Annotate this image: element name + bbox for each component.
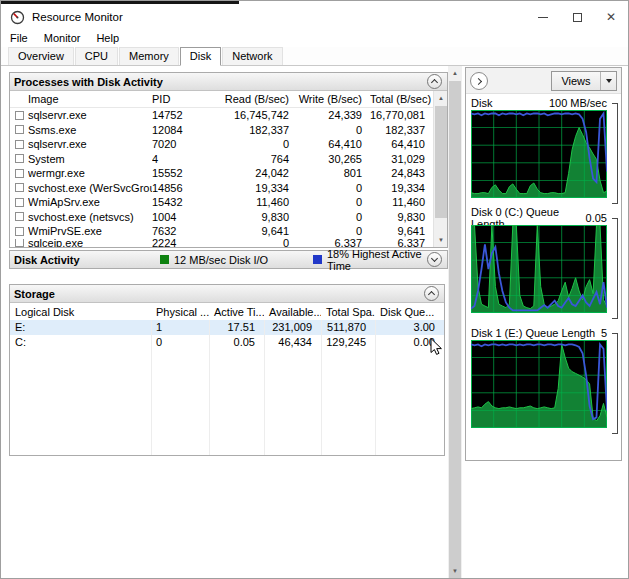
collapse-processes-button[interactable] (427, 74, 442, 89)
maximize-button[interactable] (560, 4, 594, 30)
disk-io-legend-label: 12 MB/sec Disk I/O (174, 254, 268, 266)
menu-help[interactable]: Help (89, 30, 126, 46)
process-total: 9,830 (370, 211, 433, 223)
scroll-up-icon[interactable]: ▲ (448, 66, 462, 80)
table-row[interactable]: WmiApSrv.exe1543211,460011,460 (10, 195, 433, 210)
table-row[interactable]: E:117.51231,009511,8703.00 (10, 320, 444, 335)
minimize-icon (538, 17, 548, 18)
chevron-up-icon (428, 291, 435, 298)
column-pid[interactable]: PID (152, 93, 194, 105)
row-checkbox[interactable] (15, 140, 24, 149)
process-pid: 15432 (152, 196, 194, 208)
scrollbar-thumb[interactable] (449, 81, 461, 579)
views-button[interactable]: Views (551, 71, 617, 91)
row-checkbox[interactable] (15, 183, 24, 192)
column-write[interactable]: Write (B/sec) (297, 93, 370, 105)
graph-header: Disk 1 (E:) Queue Length5 (466, 326, 621, 340)
scroll-up-icon[interactable]: ▲ (434, 91, 448, 105)
menu-file[interactable]: File (3, 30, 35, 46)
graph-canvas (471, 110, 607, 198)
column-image[interactable]: Image (28, 93, 152, 105)
graph-header: Disk100 MB/sec (466, 96, 621, 110)
tab-cpu[interactable]: CPU (75, 47, 118, 65)
process-image: Ssms.exe (28, 124, 152, 136)
close-button[interactable]: ✕ (594, 4, 628, 30)
collapse-storage-button[interactable] (424, 286, 439, 301)
process-pid: 7632 (152, 225, 194, 237)
process-pid: 12084 (152, 124, 194, 136)
checkbox-cell (10, 225, 28, 238)
table-row[interactable]: sqlservr.exe7020064,41064,410 (10, 137, 433, 152)
menu-monitor[interactable]: Monitor (37, 30, 88, 46)
process-table: Image PID Read (B/sec) Write (B/sec) Tot… (10, 91, 433, 247)
column-total[interactable]: Total (B/sec) (370, 93, 433, 105)
scroll-down-icon[interactable]: ▼ (448, 564, 462, 578)
active-time: 17.51 (209, 321, 264, 333)
views-dropdown-arrow[interactable] (600, 72, 616, 90)
row-checkbox[interactable] (15, 212, 24, 221)
table-row[interactable]: C:00.0546,434129,2450.00 (10, 335, 444, 350)
table-row[interactable]: wermgr.exe1555224,04280124,843 (10, 166, 433, 181)
process-table-scrollbar[interactable]: ▲ ▼ (433, 91, 447, 247)
checkbox-cell (10, 109, 28, 122)
table-row[interactable]: System476430,26531,029 (10, 152, 433, 167)
checkbox-cell (10, 196, 28, 209)
left-pane-scrollbar[interactable]: ▲ ▼ (448, 66, 462, 578)
table-row[interactable]: svchost.exe (netsvcs)10049,83009,830 (10, 210, 433, 225)
table-row[interactable]: WmiPrvSE.exe76329,64109,641 (10, 224, 433, 239)
window-title: Resource Monitor (32, 11, 123, 23)
column-total-space[interactable]: Total Spa... (321, 306, 375, 318)
table-row[interactable]: svchost.exe (WerSvcGroup)1485619,334019,… (10, 181, 433, 196)
process-pid: 7020 (152, 138, 194, 150)
disk-io-legend: 12 MB/sec Disk I/O (160, 251, 268, 268)
column-physical[interactable]: Physical ... (151, 306, 209, 318)
resource-monitor-window: Resource Monitor ✕ File Monitor Help Ove… (0, 0, 629, 579)
process-write: 64,410 (297, 138, 370, 150)
column-logical-disk[interactable]: Logical Disk (10, 306, 151, 318)
process-write: 6,337 (297, 239, 370, 247)
process-read: 16,745,742 (194, 109, 297, 121)
graph-scale-label: 100 MB/sec (549, 97, 607, 109)
column-available[interactable]: Available... (264, 306, 321, 318)
menu-bar: File Monitor Help (1, 29, 628, 47)
expand-disk-activity-button[interactable] (427, 252, 442, 267)
minimize-button[interactable] (526, 4, 560, 30)
graph-canvas (471, 340, 607, 428)
scroll-down-icon[interactable]: ▼ (434, 233, 448, 247)
row-checkbox[interactable] (15, 169, 24, 178)
expand-panel-button[interactable] (470, 72, 488, 90)
tab-memory[interactable]: Memory (119, 47, 179, 65)
process-pid: 14752 (152, 109, 194, 121)
row-checkbox[interactable] (15, 111, 24, 120)
processes-panel: Processes with Disk Activity Image PID R… (9, 72, 448, 248)
tab-disk[interactable]: Disk (180, 47, 221, 66)
row-checkbox[interactable] (15, 154, 24, 163)
row-checkbox[interactable] (15, 227, 24, 236)
process-write: 0 (297, 196, 370, 208)
graph-title: Disk 1 (E:) Queue Length (471, 327, 595, 339)
table-row[interactable]: sqlservr.exe1475216,745,74224,33916,770,… (10, 108, 433, 123)
column-divider (375, 320, 376, 455)
processes-panel-title: Processes with Disk Activity (10, 76, 163, 88)
chevron-up-icon (431, 79, 438, 86)
chevron-right-icon (474, 77, 481, 84)
column-read[interactable]: Read (B/sec) (194, 93, 297, 105)
process-write: 30,265 (297, 153, 370, 165)
disk-queue: 3.00 (375, 321, 444, 333)
column-disk-queue[interactable]: Disk Que... (375, 306, 444, 318)
process-total: 182,337 (370, 124, 433, 136)
table-row[interactable]: sqlceip.exe222406,3376,337 (10, 239, 433, 247)
column-active-time[interactable]: Active Ti... (209, 306, 264, 318)
storage-table: Logical Disk Physical ... Active Ti... A… (10, 303, 444, 455)
tab-overview[interactable]: Overview (8, 47, 74, 65)
process-pid: 14856 (152, 182, 194, 194)
scrollbar-thumb[interactable] (435, 106, 447, 218)
tab-network[interactable]: Network (222, 47, 282, 65)
disk-activity-panel: Disk Activity 12 MB/sec Disk I/O 18% Hig… (9, 250, 448, 269)
title-bar[interactable]: Resource Monitor ✕ (1, 4, 628, 30)
table-row[interactable]: Ssms.exe12084182,3370182,337 (10, 123, 433, 138)
process-total: 64,410 (370, 138, 433, 150)
row-checkbox[interactable] (15, 125, 24, 134)
row-checkbox[interactable] (15, 239, 24, 247)
row-checkbox[interactable] (15, 198, 24, 207)
